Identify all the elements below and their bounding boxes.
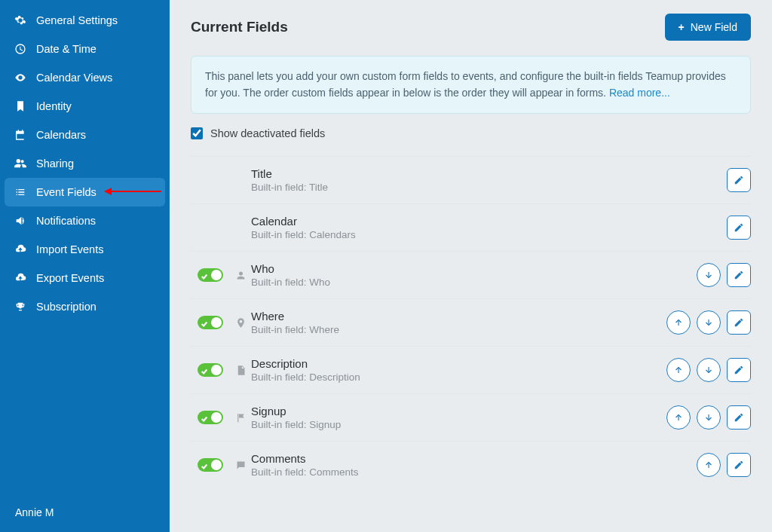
sidebar-item-label: Date & Time bbox=[36, 43, 96, 55]
field-active-toggle[interactable] bbox=[198, 268, 223, 282]
volume-icon bbox=[14, 214, 27, 228]
field-row-description: DescriptionBuilt-in field: Description bbox=[191, 346, 751, 393]
svg-marker-1 bbox=[104, 188, 112, 195]
sidebar-item-label: Identity bbox=[36, 100, 72, 112]
field-name: Where bbox=[251, 310, 666, 323]
flag-icon bbox=[230, 412, 251, 423]
doc-icon bbox=[230, 365, 251, 376]
sidebar-item-label: Calendar Views bbox=[36, 72, 112, 84]
sidebar-item-label: Notifications bbox=[36, 215, 96, 227]
sidebar-item-sharing[interactable]: Sharing bbox=[0, 149, 170, 178]
field-name: Comments bbox=[251, 452, 697, 465]
field-name: Who bbox=[251, 262, 697, 275]
field-row-calendar: CalendarBuilt-in field: Calendars bbox=[191, 203, 751, 251]
move-up-button[interactable] bbox=[697, 453, 721, 477]
gear-icon bbox=[14, 14, 27, 27]
clock-icon bbox=[14, 42, 27, 56]
sidebar-item-general-settings[interactable]: General Settings bbox=[0, 6, 170, 35]
show-deactivated-toggle[interactable]: Show deactivated fields bbox=[191, 127, 751, 139]
list-icon bbox=[14, 185, 27, 199]
move-up-button[interactable] bbox=[666, 405, 691, 430]
edit-field-button[interactable] bbox=[727, 168, 751, 192]
field-row-where: WhereBuilt-in field: Where bbox=[191, 298, 751, 346]
sidebar-item-event-fields[interactable]: Event Fields bbox=[5, 178, 165, 206]
move-down-button[interactable] bbox=[697, 263, 721, 287]
sidebar-item-identity[interactable]: Identity bbox=[0, 92, 170, 121]
users-icon bbox=[14, 157, 27, 170]
eye-icon bbox=[14, 71, 27, 84]
edit-field-button[interactable] bbox=[727, 216, 751, 240]
edit-field-button[interactable] bbox=[727, 263, 751, 287]
field-subtitle: Built-in field: Description bbox=[251, 371, 666, 383]
sidebar-item-label: Sharing bbox=[36, 157, 74, 170]
edit-field-button[interactable] bbox=[727, 453, 751, 477]
field-name: Signup bbox=[251, 405, 666, 417]
field-name: Calendar bbox=[251, 215, 727, 228]
field-row-who: WhoBuilt-in field: Who bbox=[191, 251, 751, 298]
sidebar: General SettingsDate & TimeCalendar View… bbox=[0, 0, 170, 532]
sidebar-item-calendars[interactable]: Calendars bbox=[0, 121, 170, 149]
main-panel: Current Fields + New Field This panel le… bbox=[170, 0, 772, 532]
new-field-button[interactable]: + New Field bbox=[665, 14, 751, 41]
field-name: Description bbox=[251, 357, 666, 370]
new-field-button-label: New Field bbox=[691, 21, 737, 33]
field-subtitle: Built-in field: Comments bbox=[251, 466, 697, 478]
sidebar-item-label: Calendars bbox=[36, 129, 86, 141]
trophy-icon bbox=[14, 300, 27, 313]
sidebar-item-calendar-views[interactable]: Calendar Views bbox=[0, 63, 170, 92]
field-active-toggle[interactable] bbox=[198, 411, 223, 424]
annotation-arrow bbox=[103, 186, 163, 198]
sidebar-item-label: Import Events bbox=[36, 243, 103, 255]
field-row-comments: CommentsBuilt-in field: Comments bbox=[191, 441, 751, 488]
edit-field-button[interactable] bbox=[727, 405, 751, 430]
field-subtitle: Built-in field: Signup bbox=[251, 419, 666, 430]
page-title: Current Fields bbox=[191, 19, 288, 35]
edit-field-button[interactable] bbox=[727, 310, 751, 335]
field-active-toggle[interactable] bbox=[198, 458, 223, 472]
calendar-icon bbox=[14, 128, 27, 142]
sidebar-item-subscription[interactable]: Subscription bbox=[0, 292, 170, 321]
cloud-up-icon bbox=[14, 243, 27, 256]
sidebar-user[interactable]: Annie M bbox=[0, 493, 170, 532]
sidebar-item-label: Subscription bbox=[36, 301, 96, 313]
field-active-toggle[interactable] bbox=[198, 316, 223, 329]
bookmark-icon bbox=[14, 99, 27, 113]
chat-icon bbox=[230, 460, 251, 471]
sidebar-item-notifications[interactable]: Notifications bbox=[0, 206, 170, 235]
move-up-button[interactable] bbox=[666, 310, 691, 335]
sidebar-item-date-time[interactable]: Date & Time bbox=[0, 35, 170, 63]
move-down-button[interactable] bbox=[697, 310, 721, 335]
move-down-button[interactable] bbox=[697, 358, 721, 382]
field-subtitle: Built-in field: Title bbox=[251, 182, 727, 193]
move-down-button[interactable] bbox=[697, 405, 721, 430]
field-name: Title bbox=[251, 167, 727, 180]
sidebar-item-label: Export Events bbox=[36, 272, 104, 284]
field-subtitle: Built-in field: Who bbox=[251, 277, 697, 288]
sidebar-nav: General SettingsDate & TimeCalendar View… bbox=[0, 0, 170, 493]
field-row-title: TitleBuilt-in field: Title bbox=[191, 156, 751, 203]
move-up-button[interactable] bbox=[666, 358, 691, 382]
sidebar-item-export-events[interactable]: Export Events bbox=[0, 264, 170, 292]
sidebar-item-label: General Settings bbox=[36, 14, 118, 26]
field-row-signup: SignupBuilt-in field: Signup bbox=[191, 393, 751, 441]
show-deactivated-label: Show deactivated fields bbox=[210, 127, 325, 139]
person-icon bbox=[230, 270, 251, 281]
info-panel: This panel lets you add your own custom … bbox=[191, 56, 751, 114]
sidebar-item-import-events[interactable]: Import Events bbox=[0, 235, 170, 264]
plus-icon: + bbox=[679, 21, 685, 33]
cloud-up-icon bbox=[14, 271, 27, 285]
sidebar-item-label: Event Fields bbox=[36, 186, 96, 198]
pin-icon bbox=[230, 317, 251, 329]
page-header: Current Fields + New Field bbox=[191, 14, 751, 41]
fields-list: TitleBuilt-in field: TitleCalendarBuilt-… bbox=[191, 156, 751, 488]
field-subtitle: Built-in field: Calendars bbox=[251, 229, 727, 240]
field-subtitle: Built-in field: Where bbox=[251, 324, 666, 335]
edit-field-button[interactable] bbox=[727, 358, 751, 382]
info-panel-read-more-link[interactable]: Read more... bbox=[609, 87, 670, 99]
field-active-toggle[interactable] bbox=[198, 363, 223, 377]
show-deactivated-checkbox[interactable] bbox=[191, 127, 203, 139]
